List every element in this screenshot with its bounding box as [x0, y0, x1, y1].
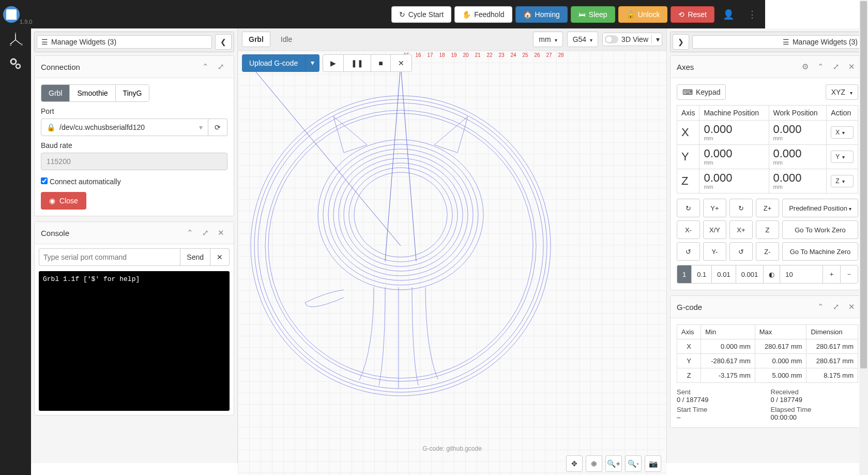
reset-button[interactable]: ⟲ Reset: [671, 6, 714, 23]
svg-point-20: [354, 172, 447, 257]
view-3d-toggle[interactable]: 3D View ▾: [602, 33, 662, 46]
nav-settings-icon[interactable]: [8, 56, 23, 71]
svg-point-6: [11, 59, 16, 64]
jog-z-plus-button[interactable]: Z+: [756, 199, 779, 217]
jog-z-cw-button[interactable]: ↻: [729, 199, 753, 217]
step-1-button[interactable]: 1: [677, 265, 692, 283]
nav-xyz-icon[interactable]: YZX: [8, 33, 23, 47]
console-terminal[interactable]: Grbl 1.1f ['$' for help]: [39, 271, 230, 411]
axis-z-action[interactable]: Z: [831, 175, 854, 187]
gcode-row-x: X0.000 mm280.617 mm280.617 mm: [677, 339, 858, 354]
upload-gcode-button[interactable]: Upload G-code: [242, 54, 305, 72]
jog-xy-center-button[interactable]: X/Y: [703, 220, 726, 239]
list-icon: ☰: [783, 38, 789, 46]
port-select[interactable]: 🔒 /dev/cu.wchusbserialfd120 ▾: [41, 118, 208, 136]
gcode-fullscreen-icon[interactable]: ⤢: [829, 300, 843, 314]
jog-xy-ccw-button[interactable]: ↺: [677, 242, 700, 261]
console-collapse-icon[interactable]: ⌃: [183, 226, 196, 240]
manage-widgets-right-button[interactable]: ☰ Manage Widgets (3): [692, 35, 862, 49]
console-command-input[interactable]: [39, 248, 180, 266]
axes-close-icon[interactable]: ✕: [845, 60, 858, 73]
close-connection-button[interactable]: ◉ Close: [41, 192, 86, 210]
plus-icon: ＋: [828, 270, 835, 279]
step-plus-button[interactable]: ＋: [823, 265, 841, 283]
axes-row-x: X 0.000mm 0.000mm X: [677, 121, 858, 145]
controller-tabs: Grbl Smoothie TinyG: [41, 84, 149, 102]
jog-y-minus-button[interactable]: Y-: [703, 242, 726, 261]
step-0001-button[interactable]: 0.001: [736, 265, 764, 283]
collapse-right-button[interactable]: ❯: [673, 34, 689, 50]
stop-icon: ■: [378, 59, 383, 67]
jog-z-minus-button[interactable]: Z-: [756, 242, 779, 261]
controller-grbl-tab[interactable]: Grbl: [41, 85, 70, 101]
axes-col-machine: Machine Position: [699, 106, 769, 121]
svg-text:Z: Z: [10, 43, 12, 46]
go-machine-zero-button[interactable]: Go To Machine Zero: [782, 242, 858, 261]
connection-fullscreen-icon[interactable]: ⤢: [214, 60, 227, 73]
step-001-button[interactable]: 0.01: [712, 265, 736, 283]
zoom-fit-button[interactable]: ⊕: [586, 455, 602, 472]
received-value: 0 / 187749: [771, 396, 859, 404]
jog-z-ccw-button[interactable]: ↺: [729, 242, 753, 261]
console-clear-button[interactable]: ✕: [210, 248, 230, 266]
connection-collapse-icon[interactable]: ⌃: [199, 60, 212, 73]
app-logo[interactable]: [3, 6, 20, 23]
jog-z-center-button[interactable]: Z: [756, 220, 779, 239]
xyz-dropdown[interactable]: XYZ: [826, 84, 858, 100]
zoom-in-button[interactable]: 🔍+: [605, 455, 622, 472]
step-minus-button[interactable]: －: [841, 265, 858, 283]
step-01-button[interactable]: 0.1: [692, 265, 712, 283]
play-button[interactable]: ▶: [323, 55, 344, 71]
console-send-button[interactable]: Send: [180, 248, 210, 266]
close-icon: ✕: [398, 59, 404, 67]
jog-x-minus-button[interactable]: X-: [677, 220, 700, 239]
unlock-button[interactable]: 🔓 Unlock: [618, 6, 668, 23]
page-scrollbar[interactable]: [859, 0, 868, 475]
undo-icon: ⟲: [678, 10, 684, 19]
connect-auto-checkbox[interactable]: [41, 177, 48, 184]
stop-button[interactable]: ■: [371, 55, 390, 71]
console-close-icon[interactable]: ✕: [214, 226, 227, 240]
svg-point-14: [323, 144, 478, 285]
zoom-out-button[interactable]: 🔍-: [625, 455, 642, 472]
wcs-dropdown[interactable]: G54: [567, 32, 598, 47]
version-label: 1.9.0: [20, 19, 32, 25]
console-fullscreen-icon[interactable]: ⤢: [199, 226, 212, 240]
jog-y-plus-button[interactable]: Y+: [703, 199, 726, 217]
jog-x-plus-button[interactable]: X+: [729, 220, 753, 239]
homing-button[interactable]: 🏠 Homing: [515, 6, 568, 23]
pause-button[interactable]: ❚❚: [344, 55, 371, 71]
predefined-position-button[interactable]: Predefined Position: [782, 199, 858, 217]
gcode-collapse-icon[interactable]: ⌃: [814, 300, 827, 314]
gcode-close-icon[interactable]: ✕: [845, 300, 858, 314]
axes-settings-icon[interactable]: ⚙: [798, 60, 812, 73]
zoom-out-icon: 🔍-: [628, 459, 639, 468]
lock-icon: 🔒: [47, 123, 55, 131]
axes-fullscreen-icon[interactable]: ⤢: [829, 60, 843, 73]
controller-tinyg-tab[interactable]: TinyG: [116, 85, 149, 101]
move-tool-button[interactable]: ✥: [566, 455, 583, 472]
units-dropdown[interactable]: mm: [533, 32, 562, 47]
axis-x-action[interactable]: X: [831, 126, 854, 139]
axes-collapse-icon[interactable]: ⌃: [814, 60, 827, 73]
controller-smoothie-tab[interactable]: Smoothie: [70, 85, 115, 101]
port-refresh-button[interactable]: ⟳: [208, 118, 227, 136]
svg-point-16: [333, 154, 468, 276]
keypad-button[interactable]: ⌨Keypad: [677, 84, 726, 100]
manage-widgets-left-button[interactable]: ☰ Manage Widgets (3): [37, 35, 212, 49]
menu-dots-icon[interactable]: ⋮: [742, 9, 762, 20]
step-contrast-button[interactable]: ◐: [764, 265, 780, 283]
axis-y-action[interactable]: Y: [831, 151, 854, 163]
user-icon[interactable]: 👤: [718, 9, 739, 20]
upload-gcode-dropdown[interactable]: ▾: [305, 54, 319, 72]
go-work-zero-button[interactable]: Go To Work Zero: [782, 220, 858, 239]
feedhold-button[interactable]: ✋ Feedhold: [454, 6, 512, 23]
custom-step-value[interactable]: 10: [780, 265, 823, 283]
unload-button[interactable]: ✕: [391, 55, 412, 71]
cycle-start-button[interactable]: ↻ Cycle Start: [391, 6, 451, 23]
collapse-left-button[interactable]: ❮: [215, 34, 232, 50]
camera-button[interactable]: 📷: [645, 455, 661, 472]
gcode-filename-label: G-code: github.gcode: [422, 445, 482, 452]
jog-xy-cw-button[interactable]: ↻: [677, 199, 700, 217]
sleep-button[interactable]: 🛏 Sleep: [571, 6, 615, 23]
